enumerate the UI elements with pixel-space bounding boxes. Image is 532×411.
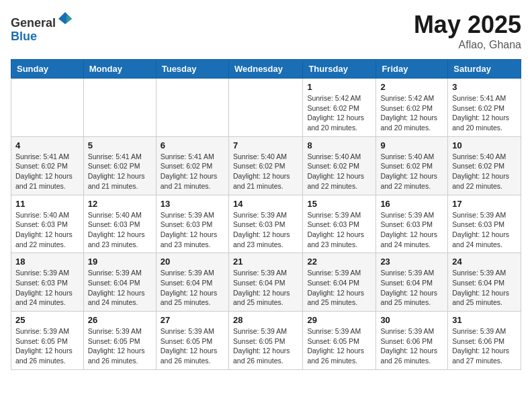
day-number: 16 [380, 199, 443, 209]
day-info: Sunrise: 5:39 AM Sunset: 6:06 PM Dayligh… [380, 326, 443, 366]
calendar-cell: 17Sunrise: 5:39 AM Sunset: 6:03 PM Dayli… [448, 195, 521, 253]
calendar-cell: 12Sunrise: 5:40 AM Sunset: 6:03 PM Dayli… [83, 195, 156, 253]
day-info: Sunrise: 5:39 AM Sunset: 6:03 PM Dayligh… [307, 210, 371, 250]
calendar-cell: 10Sunrise: 5:40 AM Sunset: 6:02 PM Dayli… [448, 136, 521, 195]
calendar-cell: 23Sunrise: 5:39 AM Sunset: 6:04 PM Dayli… [376, 253, 448, 312]
calendar-cell: 13Sunrise: 5:39 AM Sunset: 6:03 PM Dayli… [156, 195, 228, 253]
calendar-cell [156, 79, 228, 137]
weekday-header-sunday: Sunday [11, 60, 84, 79]
calendar-cell: 2Sunrise: 5:42 AM Sunset: 6:02 PM Daylig… [376, 79, 448, 137]
calendar-cell: 1Sunrise: 5:42 AM Sunset: 6:02 PM Daylig… [303, 79, 376, 137]
page-header: General Blue May 2025 Aflao, Ghana [11, 11, 521, 51]
day-number: 22 [307, 257, 371, 267]
calendar-cell [228, 79, 302, 137]
day-number: 21 [233, 257, 298, 267]
day-info: Sunrise: 5:40 AM Sunset: 6:02 PM Dayligh… [380, 152, 443, 191]
calendar-cell: 20Sunrise: 5:39 AM Sunset: 6:04 PM Dayli… [156, 253, 228, 312]
day-info: Sunrise: 5:39 AM Sunset: 6:04 PM Dayligh… [380, 268, 443, 308]
day-info: Sunrise: 5:39 AM Sunset: 6:03 PM Dayligh… [233, 210, 298, 250]
day-number: 17 [452, 199, 517, 209]
day-number: 11 [15, 199, 79, 209]
calendar-cell: 11Sunrise: 5:40 AM Sunset: 6:03 PM Dayli… [11, 195, 84, 253]
calendar-title: May 2025 [414, 11, 521, 39]
day-info: Sunrise: 5:41 AM Sunset: 6:02 PM Dayligh… [88, 152, 152, 191]
day-info: Sunrise: 5:41 AM Sunset: 6:02 PM Dayligh… [15, 152, 79, 191]
day-info: Sunrise: 5:39 AM Sunset: 6:04 PM Dayligh… [233, 268, 298, 308]
day-info: Sunrise: 5:39 AM Sunset: 6:04 PM Dayligh… [307, 268, 371, 308]
day-number: 10 [452, 140, 517, 150]
day-number: 30 [380, 315, 443, 325]
day-info: Sunrise: 5:40 AM Sunset: 6:03 PM Dayligh… [15, 210, 79, 250]
day-number: 23 [380, 257, 443, 267]
day-info: Sunrise: 5:39 AM Sunset: 6:05 PM Dayligh… [15, 326, 79, 366]
day-info: Sunrise: 5:39 AM Sunset: 6:03 PM Dayligh… [452, 210, 517, 250]
calendar-cell: 16Sunrise: 5:39 AM Sunset: 6:03 PM Dayli… [376, 195, 448, 253]
calendar-cell: 3Sunrise: 5:41 AM Sunset: 6:02 PM Daylig… [448, 79, 521, 137]
day-info: Sunrise: 5:40 AM Sunset: 6:02 PM Dayligh… [452, 152, 517, 191]
day-info: Sunrise: 5:39 AM Sunset: 6:03 PM Dayligh… [161, 210, 224, 250]
calendar-cell: 29Sunrise: 5:39 AM Sunset: 6:05 PM Dayli… [303, 312, 376, 370]
calendar-cell: 19Sunrise: 5:39 AM Sunset: 6:04 PM Dayli… [83, 253, 156, 312]
svg-marker-1 [66, 15, 72, 23]
day-info: Sunrise: 5:41 AM Sunset: 6:02 PM Dayligh… [161, 152, 224, 191]
day-number: 3 [452, 82, 517, 92]
calendar-cell: 15Sunrise: 5:39 AM Sunset: 6:03 PM Dayli… [303, 195, 376, 253]
day-number: 27 [161, 315, 224, 325]
calendar-cell [11, 79, 84, 137]
day-number: 26 [88, 315, 152, 325]
day-number: 20 [161, 257, 224, 267]
weekday-header-saturday: Saturday [448, 60, 521, 79]
logo: General Blue [11, 11, 75, 44]
calendar-week-5: 25Sunrise: 5:39 AM Sunset: 6:05 PM Dayli… [11, 312, 521, 370]
day-info: Sunrise: 5:39 AM Sunset: 6:03 PM Dayligh… [380, 210, 443, 250]
day-info: Sunrise: 5:39 AM Sunset: 6:04 PM Dayligh… [88, 268, 152, 308]
weekday-header-thursday: Thursday [303, 60, 376, 79]
calendar-cell: 28Sunrise: 5:39 AM Sunset: 6:05 PM Dayli… [228, 312, 302, 370]
calendar-week-2: 4Sunrise: 5:41 AM Sunset: 6:02 PM Daylig… [11, 136, 521, 195]
calendar-body: 1Sunrise: 5:42 AM Sunset: 6:02 PM Daylig… [11, 79, 521, 370]
calendar-cell: 8Sunrise: 5:40 AM Sunset: 6:02 PM Daylig… [303, 136, 376, 195]
day-number: 7 [233, 140, 298, 150]
logo-blue-text: Blue [11, 30, 37, 43]
day-info: Sunrise: 5:39 AM Sunset: 6:05 PM Dayligh… [88, 326, 152, 366]
day-number: 13 [161, 199, 224, 209]
calendar-cell: 24Sunrise: 5:39 AM Sunset: 6:04 PM Dayli… [448, 253, 521, 312]
calendar-cell: 22Sunrise: 5:39 AM Sunset: 6:04 PM Dayli… [303, 253, 376, 312]
day-number: 18 [15, 257, 79, 267]
day-info: Sunrise: 5:39 AM Sunset: 6:05 PM Dayligh… [161, 326, 224, 366]
calendar-cell: 5Sunrise: 5:41 AM Sunset: 6:02 PM Daylig… [83, 136, 156, 195]
calendar-cell: 6Sunrise: 5:41 AM Sunset: 6:02 PM Daylig… [156, 136, 228, 195]
day-number: 25 [15, 315, 79, 325]
day-info: Sunrise: 5:41 AM Sunset: 6:02 PM Dayligh… [452, 93, 517, 133]
day-number: 8 [307, 140, 371, 150]
day-number: 5 [88, 140, 152, 150]
calendar-cell: 14Sunrise: 5:39 AM Sunset: 6:03 PM Dayli… [228, 195, 302, 253]
calendar-cell: 31Sunrise: 5:39 AM Sunset: 6:06 PM Dayli… [448, 312, 521, 370]
calendar-header-row: SundayMondayTuesdayWednesdayThursdayFrid… [11, 60, 521, 79]
calendar-week-4: 18Sunrise: 5:39 AM Sunset: 6:03 PM Dayli… [11, 253, 521, 312]
day-info: Sunrise: 5:39 AM Sunset: 6:05 PM Dayligh… [307, 326, 371, 366]
day-number: 9 [380, 140, 443, 150]
calendar-cell: 26Sunrise: 5:39 AM Sunset: 6:05 PM Dayli… [83, 312, 156, 370]
day-number: 14 [233, 199, 298, 209]
day-number: 19 [88, 257, 152, 267]
day-info: Sunrise: 5:40 AM Sunset: 6:03 PM Dayligh… [88, 210, 152, 250]
weekday-header-friday: Friday [376, 60, 448, 79]
calendar-table: SundayMondayTuesdayWednesdayThursdayFrid… [11, 59, 521, 370]
calendar-week-1: 1Sunrise: 5:42 AM Sunset: 6:02 PM Daylig… [11, 79, 521, 137]
day-number: 24 [452, 257, 517, 267]
weekday-header-tuesday: Tuesday [156, 60, 228, 79]
calendar-cell: 21Sunrise: 5:39 AM Sunset: 6:04 PM Dayli… [228, 253, 302, 312]
logo-icon [57, 11, 73, 27]
day-info: Sunrise: 5:42 AM Sunset: 6:02 PM Dayligh… [307, 93, 371, 133]
day-number: 15 [307, 199, 371, 209]
calendar-week-3: 11Sunrise: 5:40 AM Sunset: 6:03 PM Dayli… [11, 195, 521, 253]
day-info: Sunrise: 5:42 AM Sunset: 6:02 PM Dayligh… [380, 93, 443, 133]
day-info: Sunrise: 5:40 AM Sunset: 6:02 PM Dayligh… [307, 152, 371, 191]
day-info: Sunrise: 5:39 AM Sunset: 6:04 PM Dayligh… [452, 268, 517, 308]
day-info: Sunrise: 5:40 AM Sunset: 6:02 PM Dayligh… [233, 152, 298, 191]
calendar-cell: 7Sunrise: 5:40 AM Sunset: 6:02 PM Daylig… [228, 136, 302, 195]
calendar-cell [83, 79, 156, 137]
day-info: Sunrise: 5:39 AM Sunset: 6:04 PM Dayligh… [161, 268, 224, 308]
weekday-header-wednesday: Wednesday [228, 60, 302, 79]
